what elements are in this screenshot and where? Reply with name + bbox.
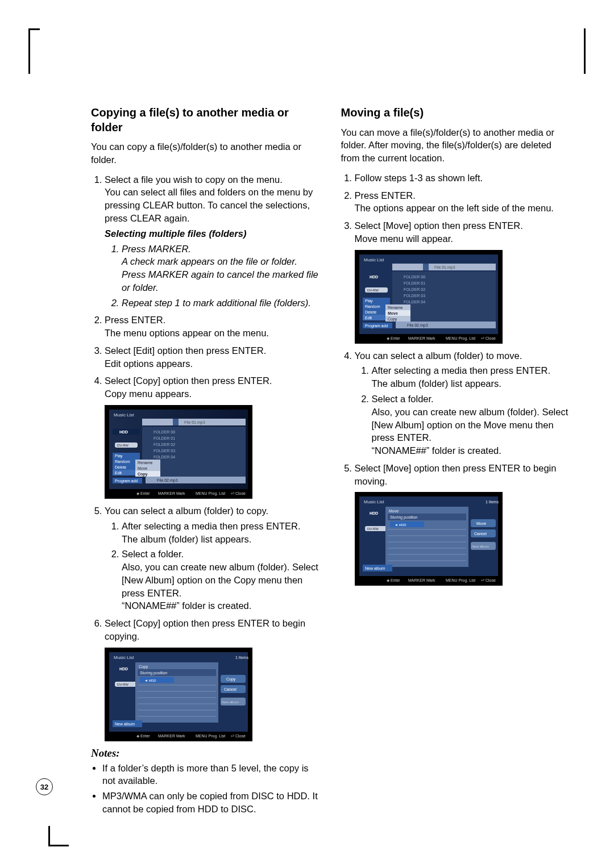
- substep: After selecting a media then press ENTER…: [122, 520, 322, 546]
- svg-text:Random: Random: [115, 460, 130, 464]
- svg-text:MENU Prog. List: MENU Prog. List: [196, 491, 225, 496]
- screenshot-music-list-copy-menu: Music List File 01.mp3 HDD DV-RW FOLDER …: [105, 405, 322, 499]
- content-columns: Copying a file(s) to another media or fo…: [91, 106, 571, 818]
- step-text: Edit options appears.: [105, 358, 193, 369]
- svg-text:File 01.mp3: File 01.mp3: [184, 420, 205, 425]
- substeps-5: After selecting a media then press ENTER…: [105, 520, 322, 612]
- step-5: Select [Move] option then press ENTER to…: [355, 462, 572, 488]
- svg-text:Play: Play: [365, 299, 373, 303]
- substep-text: Select a folder.: [372, 394, 434, 404]
- svg-text:New album: New album: [115, 722, 135, 726]
- svg-text:HDD: HDD: [370, 511, 378, 515]
- step-text: The menu options appear on the menu.: [105, 328, 269, 338]
- svg-text:HDD: HDD: [119, 667, 128, 671]
- note-item: If a folder’s depth is more than 5 level…: [102, 762, 322, 788]
- substeps-selecting: Press MARKER. A check mark appears on th…: [105, 243, 322, 310]
- substep: After selecting a media then press ENTER…: [372, 364, 572, 390]
- step-text: You can select all files and folders on …: [105, 187, 313, 223]
- svg-text:FOLDER 01: FOLDER 01: [404, 281, 425, 285]
- crop-mark: [584, 28, 586, 74]
- notes-heading: Notes:: [91, 747, 322, 760]
- substep-text: Also, you can create new album (folder).…: [122, 562, 318, 598]
- crop-mark: [28, 28, 30, 74]
- step-6: Select [Copy] option then press ENTER to…: [105, 617, 322, 643]
- svg-text:⏎ Close: ⏎ Close: [481, 578, 496, 582]
- manual-page: Copying a file(s) to another media or fo…: [0, 0, 614, 868]
- svg-text:1 Items: 1 Items: [235, 656, 248, 660]
- svg-text:◄ HDD: ◄ HDD: [395, 523, 406, 527]
- svg-text:Music List: Music List: [114, 655, 134, 660]
- substep-text: The album (folder) list appears.: [372, 378, 501, 389]
- svg-text:MENU Prog. List: MENU Prog. List: [196, 734, 225, 738]
- svg-text:FOLDER 00: FOLDER 00: [404, 275, 425, 279]
- crop-mark: [48, 826, 50, 846]
- svg-text:Copy: Copy: [138, 472, 148, 477]
- svg-text:New album: New album: [365, 566, 385, 570]
- right-column: Moving a file(s) You can move a file(s)/…: [341, 106, 572, 818]
- svg-text:Move: Move: [388, 311, 398, 315]
- step-text: Follow steps 1-3 as shown left.: [355, 173, 483, 183]
- svg-text:Move: Move: [138, 466, 147, 470]
- svg-text:Play: Play: [115, 454, 123, 458]
- svg-text:MARKER Mark: MARKER Mark: [408, 336, 435, 340]
- screenshot-svg: Music List 1 Items HDD DV-RW Copy Storin…: [105, 648, 252, 741]
- svg-rect-3: [173, 419, 179, 425]
- step-text: You can select a album (folder) to move.: [355, 350, 522, 361]
- substep-text: Press MARKER.: [122, 244, 191, 254]
- step-5: You can select a album (folder) to copy.…: [105, 504, 322, 612]
- svg-text:DV-RW: DV-RW: [117, 444, 128, 447]
- svg-text:FOLDER 01: FOLDER 01: [154, 436, 175, 440]
- svg-text:FOLDER 03: FOLDER 03: [154, 449, 175, 453]
- note-item: MP3/WMA can only be copied from DISC to …: [102, 790, 322, 816]
- svg-text:Music List: Music List: [364, 257, 384, 262]
- page-number: 32: [36, 778, 53, 795]
- step-text: Select [Move] option then press ENTER.: [355, 220, 523, 231]
- svg-text:Storing position: Storing position: [140, 671, 167, 675]
- step-3: Select [Edit] option then press ENTER. E…: [105, 344, 322, 370]
- step-2: Press ENTER. The menu options appear on …: [105, 314, 322, 340]
- screenshot-move-dialog: Music List 1 Items HDD DV-RW Move Storin…: [355, 492, 572, 586]
- substep-text: A check mark appears on the file or fold…: [122, 256, 297, 266]
- steps-moving: Follow steps 1-3 as shown left. Press EN…: [341, 172, 572, 245]
- substep: Select a folder. Also, you can create ne…: [372, 393, 572, 457]
- svg-text:DV-RW: DV-RW: [367, 527, 379, 531]
- substep-text: The album (folder) list appears.: [122, 534, 251, 544]
- step-text: You can select a album (folder) to copy.: [105, 506, 268, 516]
- heading-copying: Copying a file(s) to another media or fo…: [91, 106, 322, 135]
- svg-rect-72: [423, 264, 429, 270]
- svg-text:FOLDER 04: FOLDER 04: [154, 455, 175, 459]
- svg-text:MENU Prog. List: MENU Prog. List: [446, 336, 475, 341]
- svg-text:DV-RW: DV-RW: [117, 683, 128, 686]
- step-text: Select a file you wish to copy on the me…: [105, 174, 283, 185]
- svg-text:◈ Enter: ◈ Enter: [136, 734, 150, 738]
- svg-text:Random: Random: [365, 304, 380, 308]
- svg-text:⏎ Close: ⏎ Close: [231, 491, 246, 495]
- step-text: Press ENTER.: [355, 190, 416, 201]
- svg-text:New album: New album: [222, 700, 239, 704]
- subheading-selecting: Selecting multiple files (folders): [105, 227, 322, 240]
- step-text: The options appear on the left side of t…: [355, 203, 554, 213]
- svg-text:Move: Move: [389, 509, 399, 513]
- step-text: Select [Move] option then press ENTER to…: [355, 463, 557, 486]
- svg-text:FOLDER 02: FOLDER 02: [404, 287, 425, 291]
- svg-text:FOLDER 00: FOLDER 00: [154, 430, 175, 434]
- screenshot-svg: Music List File 01.mp3 HDD DV-RW FOLDER …: [355, 250, 503, 344]
- svg-text:Cancel: Cancel: [224, 687, 237, 691]
- svg-text:Storing position: Storing position: [390, 515, 417, 520]
- notes-list: If a folder’s depth is more than 5 level…: [91, 762, 322, 816]
- svg-text:Copy: Copy: [388, 317, 397, 322]
- substep-text: After selecting a media then press ENTER…: [372, 365, 551, 375]
- crop-mark: [28, 28, 40, 30]
- svg-text:MENU Prog. List: MENU Prog. List: [446, 578, 475, 583]
- svg-text:Rename: Rename: [388, 306, 403, 310]
- svg-text:DV-RW: DV-RW: [367, 289, 379, 292]
- substep: Repeat step 1 to mark additional file (f…: [122, 297, 322, 310]
- substep-text: “NONAME##” folder is created.: [372, 445, 501, 456]
- step-3: Select [Move] option then press ENTER. M…: [355, 219, 572, 245]
- substep: Select a folder. Also, you can create ne…: [122, 548, 322, 612]
- svg-text:Copy: Copy: [139, 665, 148, 669]
- svg-text:Move: Move: [476, 521, 486, 525]
- substep-text: Select a folder.: [122, 549, 184, 559]
- svg-text:⏎ Close: ⏎ Close: [481, 336, 496, 340]
- svg-text:Edit: Edit: [365, 316, 372, 320]
